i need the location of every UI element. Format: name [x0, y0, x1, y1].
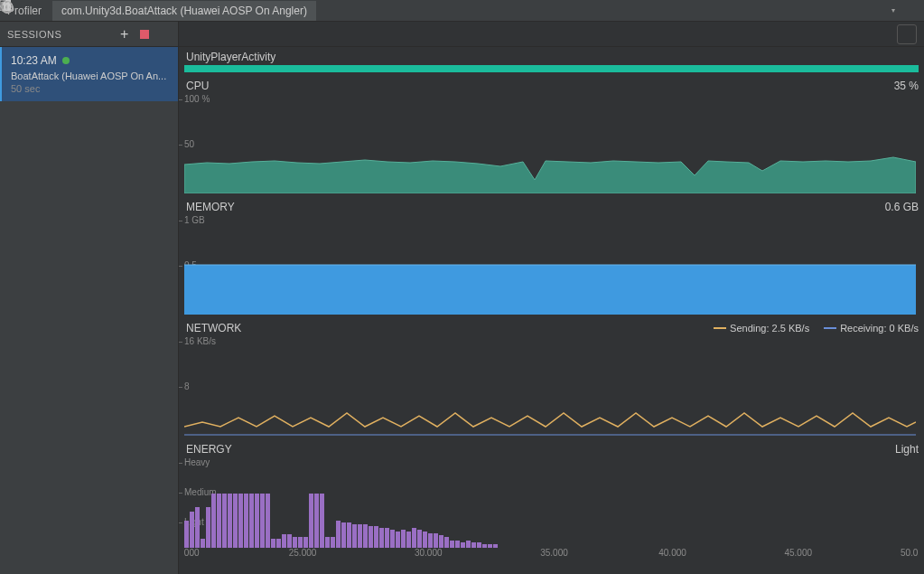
time-axis: 000 25.000 30.000 35.000 40.000 45.000 5… — [184, 548, 924, 562]
svg-rect-27 — [260, 494, 265, 548]
svg-rect-24 — [244, 494, 248, 548]
svg-rect-34 — [298, 537, 303, 548]
svg-rect-57 — [423, 532, 427, 548]
pause-button[interactable] — [897, 24, 917, 44]
legend-sending: Sending: 2.5 KB/s — [714, 323, 809, 334]
zoom-out-icon[interactable] — [796, 24, 816, 44]
dropdown-arrow-icon[interactable]: ▾ — [891, 6, 895, 14]
svg-rect-46 — [363, 524, 368, 548]
svg-rect-32 — [287, 534, 292, 548]
time-tick: 50.0 — [901, 548, 918, 558]
session-item[interactable]: 10:23 AM BoatAttack (Huawei AOSP On An..… — [0, 47, 178, 101]
svg-rect-52 — [396, 532, 400, 548]
svg-rect-48 — [374, 526, 378, 548]
svg-rect-10 — [4, 2, 5, 10]
svg-rect-56 — [417, 530, 422, 548]
svg-rect-43 — [347, 522, 351, 548]
timeline-toolbar — [179, 22, 924, 47]
svg-rect-23 — [238, 494, 243, 548]
network-sending-series — [184, 413, 916, 427]
time-tick: 25.000 — [289, 548, 317, 558]
cpu-chart[interactable]: CPU 35 % 100 % 50 — [184, 80, 924, 193]
legend-receiving: Receiving: 0 KB/s — [824, 323, 919, 334]
svg-rect-29 — [271, 539, 275, 548]
svg-rect-59 — [434, 533, 438, 548]
svg-rect-31 — [282, 534, 286, 548]
svg-rect-11 — [7, 2, 9, 10]
session-time: 10:23 AM — [11, 54, 57, 67]
profiler-content: UnityPlayerActivity CPU 35 % 100 % 50 — [179, 22, 924, 574]
profiler-tab[interactable]: com.Unity3d.BoatAttack (Huawei AOSP On A… — [52, 1, 316, 21]
memory-chart[interactable]: MEMORY 0.6 GB 1 GB 0.5 — [184, 201, 924, 315]
reset-zoom-icon[interactable] — [846, 24, 866, 44]
zoom-in-icon[interactable] — [821, 24, 841, 44]
activity-bar[interactable] — [184, 65, 919, 72]
svg-rect-28 — [266, 494, 270, 548]
svg-rect-20 — [222, 494, 227, 548]
svg-rect-26 — [255, 494, 259, 548]
sessions-sidebar: SESSIONS + 10:23 AM BoatAttack (Huawei A… — [0, 22, 179, 574]
activity-row: UnityPlayerActivity — [184, 47, 924, 72]
time-tick: 45.000 — [784, 548, 812, 558]
time-tick: 30.000 — [415, 548, 443, 558]
memory-title: MEMORY — [186, 201, 235, 213]
svg-rect-63 — [455, 541, 460, 548]
session-name: BoatAttack (Huawei AOSP On An... — [11, 71, 169, 81]
svg-rect-30 — [276, 539, 281, 548]
svg-rect-61 — [444, 537, 449, 548]
svg-rect-41 — [336, 521, 341, 548]
svg-rect-18 — [211, 494, 216, 548]
svg-rect-47 — [369, 526, 373, 548]
energy-title: ENERGY — [186, 443, 232, 456]
svg-rect-36 — [309, 494, 313, 548]
svg-rect-19 — [217, 494, 221, 548]
memory-value: 0.6 GB — [885, 201, 919, 213]
status-active-icon — [62, 57, 70, 64]
add-session-icon[interactable]: + — [118, 28, 131, 41]
panel-layout-icon[interactable] — [158, 28, 171, 41]
svg-rect-14 — [190, 512, 194, 548]
energy-value: Light — [895, 443, 919, 456]
svg-rect-49 — [379, 528, 384, 548]
network-chart[interactable]: NETWORK Sending: 2.5 KB/s Receiving: 0 K… — [184, 322, 924, 436]
svg-rect-22 — [233, 494, 238, 548]
memory-series — [184, 265, 916, 315]
download-icon[interactable] — [904, 5, 917, 17]
time-tick: 35.000 — [540, 548, 568, 558]
svg-rect-21 — [228, 494, 232, 548]
cpu-value: 35 % — [894, 80, 919, 92]
svg-rect-55 — [412, 528, 416, 548]
svg-rect-45 — [358, 524, 362, 548]
cpu-series — [184, 157, 916, 193]
stop-session-icon[interactable] — [138, 28, 151, 41]
svg-rect-54 — [406, 532, 411, 548]
time-tick: 000 — [184, 548, 200, 558]
gear-icon[interactable] — [870, 5, 882, 17]
svg-rect-40 — [331, 537, 335, 548]
svg-rect-37 — [314, 494, 319, 548]
svg-rect-15 — [195, 507, 200, 548]
energy-series — [184, 494, 498, 548]
svg-rect-65 — [466, 541, 471, 548]
svg-rect-35 — [303, 537, 308, 548]
sessions-title: SESSIONS — [7, 29, 61, 40]
svg-rect-17 — [206, 507, 210, 548]
svg-rect-62 — [450, 541, 454, 548]
svg-rect-60 — [439, 535, 443, 548]
svg-rect-44 — [352, 524, 357, 548]
energy-chart[interactable]: ENERGY Light Heavy Medium Light — [184, 443, 924, 548]
activity-label: UnityPlayerActivity — [184, 51, 919, 63]
cpu-title: CPU — [186, 80, 209, 92]
session-duration: 50 sec — [11, 83, 169, 94]
svg-rect-25 — [249, 494, 254, 548]
svg-rect-42 — [341, 522, 346, 548]
svg-rect-13 — [184, 521, 189, 548]
live-icon — [872, 24, 891, 44]
titlebar: Profiler com.Unity3d.BoatAttack (Huawei … — [0, 0, 924, 22]
time-tick: 40.000 — [658, 548, 686, 558]
svg-rect-51 — [390, 530, 395, 548]
svg-rect-53 — [401, 530, 406, 548]
svg-rect-16 — [201, 539, 205, 548]
sessions-header: SESSIONS + — [0, 22, 178, 47]
svg-rect-33 — [293, 537, 297, 548]
